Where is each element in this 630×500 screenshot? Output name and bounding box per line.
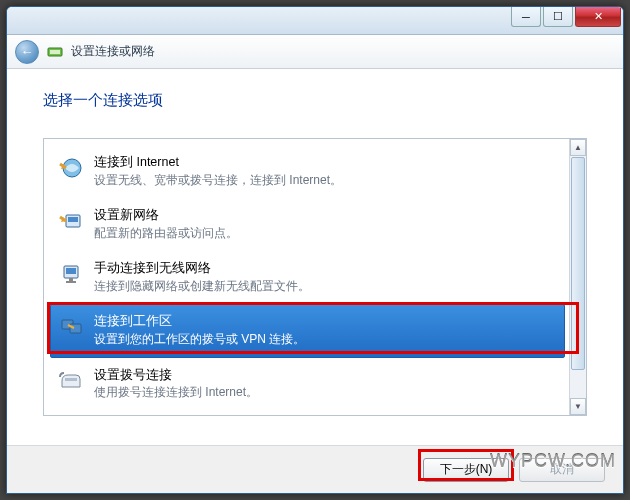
option-icon — [58, 367, 84, 393]
back-button[interactable]: ← — [15, 40, 39, 64]
window-title: 设置连接或网络 — [71, 43, 155, 60]
connection-option-3[interactable]: 连接到工作区设置到您的工作区的拨号或 VPN 连接。 — [50, 304, 565, 357]
content-area: 选择一个连接选项 连接到 Internet设置无线、宽带或拨号连接，连接到 In… — [7, 69, 623, 416]
option-desc: 设置无线、宽带或拨号连接，连接到 Internet。 — [94, 172, 342, 189]
scroll-down-button[interactable]: ▼ — [570, 398, 586, 415]
titlebar: ─ ☐ ✕ — [7, 7, 623, 35]
network-icon — [47, 44, 63, 60]
option-desc: 设置到您的工作区的拨号或 VPN 连接。 — [94, 331, 305, 348]
svg-rect-1 — [50, 50, 60, 54]
close-button[interactable]: ✕ — [575, 7, 621, 27]
wizard-window: ─ ☐ ✕ ← 设置连接或网络 选择一个连接选项 连接到 Internet设置无… — [6, 6, 624, 494]
option-desc: 配置新的路由器或访问点。 — [94, 225, 238, 242]
cancel-button[interactable]: 取消 — [519, 458, 605, 482]
option-title: 连接到 Internet — [94, 153, 342, 172]
page-heading: 选择一个连接选项 — [43, 91, 587, 110]
scrollbar[interactable]: ▲ ▼ — [569, 139, 586, 415]
svg-rect-13 — [65, 378, 77, 381]
svg-rect-5 — [68, 217, 78, 222]
option-title: 连接到工作区 — [94, 312, 305, 331]
scroll-thumb[interactable] — [571, 157, 585, 370]
svg-rect-10 — [66, 281, 76, 283]
header-bar: ← 设置连接或网络 — [7, 35, 623, 69]
option-icon — [58, 260, 84, 286]
connection-option-1[interactable]: 设置新网络配置新的路由器或访问点。 — [50, 198, 565, 251]
option-icon — [58, 313, 84, 339]
footer: 下一步(N) 取消 — [7, 445, 623, 493]
connection-option-0[interactable]: 连接到 Internet设置无线、宽带或拨号连接，连接到 Internet。 — [50, 145, 565, 198]
next-button[interactable]: 下一步(N) — [423, 458, 509, 482]
maximize-button[interactable]: ☐ — [543, 7, 573, 27]
option-title: 手动连接到无线网络 — [94, 259, 310, 278]
connection-option-4[interactable]: 设置拨号连接使用拨号连接连接到 Internet。 — [50, 358, 565, 411]
scroll-up-button[interactable]: ▲ — [570, 139, 586, 156]
arrow-left-icon: ← — [21, 44, 34, 59]
option-desc: 使用拨号连接连接到 Internet。 — [94, 384, 258, 401]
option-icon — [58, 154, 84, 180]
svg-rect-9 — [69, 278, 73, 281]
option-title: 设置新网络 — [94, 206, 238, 225]
svg-rect-8 — [66, 268, 76, 274]
window-controls: ─ ☐ ✕ — [511, 7, 623, 27]
connection-option-2[interactable]: 手动连接到无线网络连接到隐藏网络或创建新无线配置文件。 — [50, 251, 565, 304]
options-listbox: 连接到 Internet设置无线、宽带或拨号连接，连接到 Internet。设置… — [43, 138, 587, 416]
minimize-button[interactable]: ─ — [511, 7, 541, 27]
option-title: 设置拨号连接 — [94, 366, 258, 385]
option-icon — [58, 207, 84, 233]
svg-rect-12 — [70, 324, 81, 333]
option-desc: 连接到隐藏网络或创建新无线配置文件。 — [94, 278, 310, 295]
scroll-track[interactable] — [570, 156, 586, 398]
